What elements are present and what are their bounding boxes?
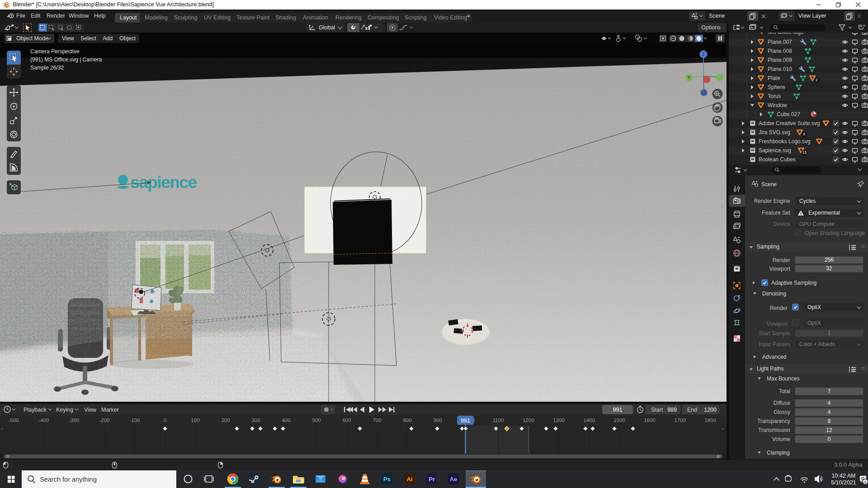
svg-text:Start: Start [651,407,663,413]
svg-text:-200: -200 [99,418,109,423]
svg-text:700: 700 [373,418,381,423]
svg-text:Marker: Marker [101,407,119,413]
svg-text:1200: 1200 [523,418,534,423]
svg-text:4: 4 [864,479,866,484]
svg-text:991: 991 [461,418,470,424]
svg-text:Y: Y [688,75,691,80]
svg-text:Playback: Playback [24,407,47,413]
svg-text:900: 900 [433,418,442,423]
svg-text:›: › [1,426,3,431]
svg-text:1600: 1600 [644,418,656,423]
svg-text:991: 991 [613,407,623,413]
svg-text:1400: 1400 [583,418,595,423]
svg-text:1500: 1500 [613,418,625,423]
svg-text:0: 0 [164,418,166,423]
svg-text:Ae: Ae [450,476,458,483]
svg-text:10:42 AM: 10:42 AM [832,473,856,479]
svg-text:1700: 1700 [674,418,686,423]
svg-text:-100: -100 [129,418,140,423]
svg-text:300: 300 [251,418,260,423]
svg-text:1800: 1800 [704,418,716,423]
svg-text:Z: Z [702,52,705,57]
svg-text:1300: 1300 [553,418,565,423]
svg-text:View: View [84,407,97,413]
svg-text:‹: ‹ [722,426,724,431]
svg-text:Pr: Pr [429,476,435,483]
svg-text:End: End [687,407,697,413]
svg-text:989: 989 [667,407,677,413]
svg-text:800: 800 [403,418,411,423]
svg-text:Ai: Ai [407,476,413,483]
svg-text:Ps: Ps [383,476,391,483]
svg-text:Search for anything: Search for anything [40,476,97,483]
svg-text:200: 200 [221,418,230,423]
svg-text:1100: 1100 [493,418,504,423]
svg-text:-500: -500 [8,418,19,423]
svg-text:1200: 1200 [704,407,717,413]
svg-text:-400: -400 [38,418,49,423]
svg-text:5/10/2021: 5/10/2021 [831,479,856,486]
svg-text:100: 100 [191,418,199,423]
svg-text:3.0.0 Alpha: 3.0.0 Alpha [834,462,863,468]
svg-text:600: 600 [342,418,351,423]
svg-text:500: 500 [312,418,321,423]
svg-text:400: 400 [282,418,290,423]
svg-text:-300: -300 [69,418,79,423]
svg-text:Keying: Keying [56,407,73,413]
